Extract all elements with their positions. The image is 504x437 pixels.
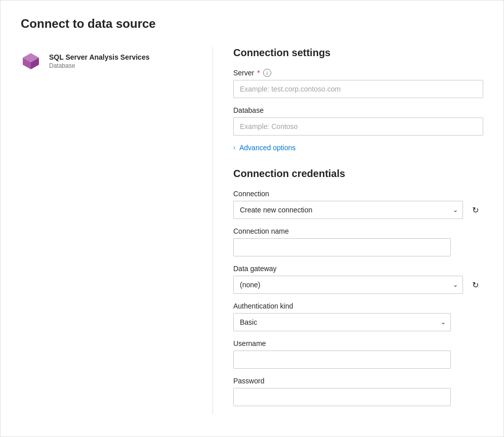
right-panel: Connection settings Server * i Database bbox=[213, 47, 483, 414]
data-source-item: SQL Server Analysis Services Database bbox=[21, 47, 192, 75]
connection-row: Create new connection ⌄ ↻ bbox=[233, 201, 483, 219]
advanced-options-toggle[interactable]: › Advanced options bbox=[233, 144, 483, 152]
data-source-info: SQL Server Analysis Services Database bbox=[49, 53, 149, 69]
username-input[interactable] bbox=[233, 351, 451, 369]
password-input[interactable] bbox=[233, 388, 451, 406]
database-label: Database bbox=[233, 106, 483, 114]
connection-settings-title: Connection settings bbox=[233, 47, 483, 59]
server-input[interactable] bbox=[233, 80, 483, 98]
data-gateway-refresh-button[interactable]: ↻ bbox=[467, 277, 483, 293]
data-gateway-select-container: (none) ⌄ bbox=[233, 276, 463, 294]
connection-select[interactable]: Create new connection bbox=[233, 201, 463, 219]
left-panel: SQL Server Analysis Services Database bbox=[21, 47, 213, 414]
auth-kind-select[interactable]: Basic Windows OAuth bbox=[233, 313, 451, 331]
page-title: Connect to data source bbox=[21, 17, 483, 31]
connection-field-group: Connection Create new connection ⌄ ↻ bbox=[233, 190, 483, 219]
data-gateway-row: (none) ⌄ ↻ bbox=[233, 276, 483, 294]
username-label: Username bbox=[233, 339, 483, 347]
connection-label: Connection bbox=[233, 190, 483, 198]
content-layout: SQL Server Analysis Services Database Co… bbox=[21, 47, 483, 414]
data-source-name: SQL Server Analysis Services bbox=[49, 53, 149, 61]
cube-icon bbox=[21, 51, 41, 71]
refresh-icon: ↻ bbox=[472, 205, 479, 215]
password-label: Password bbox=[233, 377, 483, 385]
database-input[interactable] bbox=[233, 117, 483, 136]
refresh-icon-2: ↻ bbox=[472, 280, 479, 290]
required-indicator: * bbox=[257, 69, 260, 77]
username-field-group: Username bbox=[233, 339, 483, 369]
password-field-group: Password bbox=[233, 377, 483, 406]
credentials-section: Connection credentials Connection Create… bbox=[233, 168, 483, 406]
connection-name-label: Connection name bbox=[233, 227, 483, 235]
database-field-group: Database bbox=[233, 106, 483, 136]
connection-name-field-group: Connection name Connection bbox=[233, 227, 483, 256]
connection-name-input[interactable]: Connection bbox=[233, 238, 451, 256]
auth-kind-label: Authentication kind bbox=[233, 302, 483, 310]
data-gateway-field-group: Data gateway (none) ⌄ ↻ bbox=[233, 265, 483, 294]
page-container: Connect to data source bbox=[0, 0, 504, 437]
server-field-group: Server * i bbox=[233, 69, 483, 98]
connection-select-container: Create new connection ⌄ bbox=[233, 201, 463, 219]
auth-kind-select-container: Basic Windows OAuth ⌄ bbox=[233, 313, 451, 331]
server-label: Server * i bbox=[233, 69, 483, 77]
connection-credentials-title: Connection credentials bbox=[233, 168, 483, 180]
auth-kind-field-group: Authentication kind Basic Windows OAuth … bbox=[233, 302, 483, 331]
server-info-icon[interactable]: i bbox=[263, 69, 271, 77]
data-source-type: Database bbox=[49, 62, 149, 69]
connection-refresh-button[interactable]: ↻ bbox=[467, 202, 483, 218]
data-gateway-label: Data gateway bbox=[233, 265, 483, 273]
chevron-right-icon: › bbox=[233, 144, 235, 151]
data-gateway-select[interactable]: (none) bbox=[233, 276, 463, 294]
